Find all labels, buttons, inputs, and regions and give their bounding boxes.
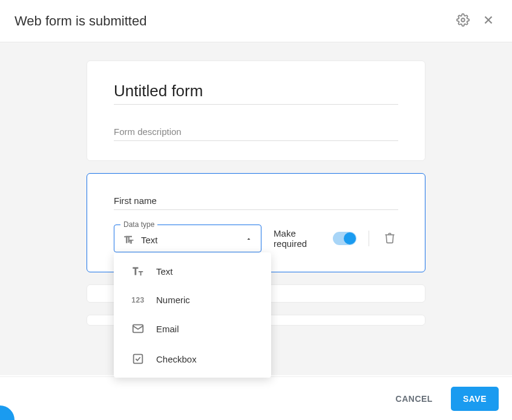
text-icon <box>123 234 135 246</box>
option-label: Email <box>156 324 179 334</box>
save-button[interactable]: SAVE <box>451 387 499 411</box>
close-button[interactable] <box>479 11 497 31</box>
svg-rect-4 <box>134 355 143 364</box>
datatype-option-text[interactable]: Text <box>114 256 271 286</box>
form-field-card[interactable]: Data type Text <box>87 173 425 272</box>
email-icon <box>131 322 145 335</box>
make-required-control: Make required <box>274 228 356 249</box>
form-description-input[interactable] <box>114 122 398 141</box>
datatype-option-numeric[interactable]: 123 Numeric <box>114 286 271 313</box>
datatype-select[interactable]: Data type Text <box>114 225 261 252</box>
content-area: Data type Text <box>0 42 512 375</box>
numeric-icon: 123 <box>131 296 145 304</box>
chevron-up-icon <box>245 234 252 245</box>
toggle-knob <box>344 232 356 244</box>
gear-icon <box>456 13 470 28</box>
delete-field-button[interactable] <box>381 229 398 248</box>
datatype-option-checkbox[interactable]: Checkbox <box>114 344 271 374</box>
form-title-input[interactable] <box>114 78 398 105</box>
trash-icon <box>384 237 396 246</box>
datatype-label: Data type <box>120 220 157 229</box>
close-icon <box>482 13 495 28</box>
settings-button[interactable] <box>454 11 472 31</box>
field-name-input[interactable] <box>114 191 398 210</box>
make-required-label: Make required <box>274 228 328 249</box>
datatype-dropdown: Text 123 Numeric <box>114 252 271 378</box>
checkbox-icon <box>131 352 145 366</box>
datatype-value: Text <box>141 235 239 245</box>
make-required-toggle[interactable] <box>333 232 356 245</box>
option-label: Text <box>156 266 173 277</box>
header-actions <box>454 11 497 31</box>
divider <box>369 231 369 246</box>
text-icon <box>131 264 145 278</box>
option-label: Checkbox <box>156 354 197 364</box>
dialog-footer: CANCEL SAVE <box>0 376 512 420</box>
option-label: Numeric <box>156 295 190 305</box>
cancel-button[interactable]: CANCEL <box>387 388 441 410</box>
form-header-card <box>87 61 425 161</box>
dialog-header: Web form is submitted <box>0 0 512 42</box>
field-controls: Data type Text <box>114 225 398 252</box>
dialog-title: Web form is submitted <box>15 13 146 29</box>
datatype-option-email[interactable]: Email <box>114 313 271 344</box>
svg-point-0 <box>461 18 465 22</box>
datatype-select-wrapper: Data type Text <box>114 225 261 252</box>
